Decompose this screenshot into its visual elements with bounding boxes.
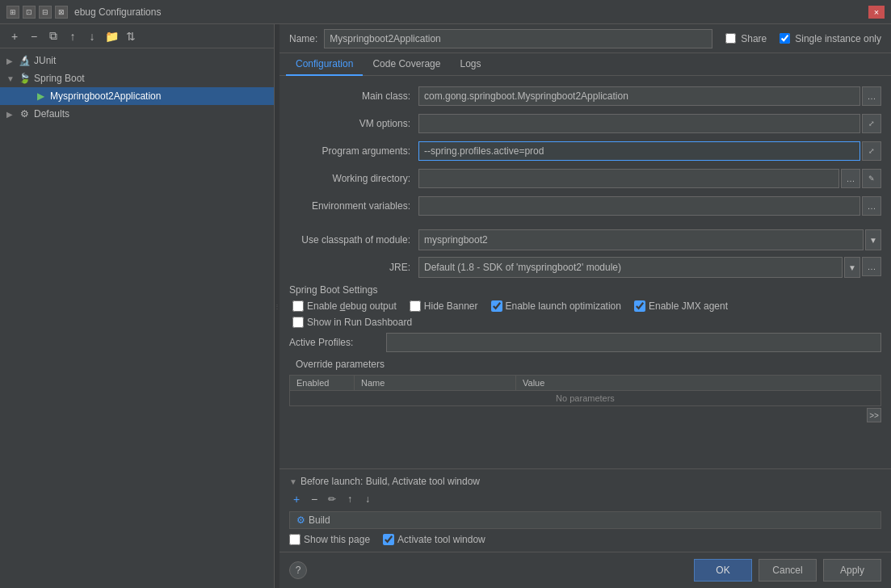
ok-button[interactable]: OK xyxy=(694,559,752,582)
tabs-bar: Configuration Code Coverage Logs xyxy=(279,53,891,76)
before-launch-header: ▼ Before launch: Build, Activate tool wi… xyxy=(289,476,881,487)
working-dir-wrap: … ✎ xyxy=(418,169,881,188)
title-bar-icons: ⊞ ⊡ ⊟ ⊠ xyxy=(6,6,68,19)
folder-button[interactable]: 📁 xyxy=(103,28,120,44)
active-profiles-input[interactable] xyxy=(386,333,881,352)
tree-item-springboot[interactable]: ▼ 🍃 Spring Boot xyxy=(0,69,274,87)
scroll-right-button[interactable]: >> xyxy=(867,408,881,422)
enable-launch-checkbox[interactable] xyxy=(491,300,502,312)
copy-config-button[interactable]: ⧉ xyxy=(45,28,61,44)
enable-jmx-item: Enable JMX agent xyxy=(634,300,728,312)
hide-banner-checkbox[interactable] xyxy=(410,300,421,312)
help-button[interactable]: ? xyxy=(289,561,307,579)
enable-debug-checkbox[interactable] xyxy=(292,300,304,312)
sort-button[interactable]: ⇅ xyxy=(123,28,139,44)
remove-config-button[interactable]: − xyxy=(26,28,42,44)
activate-tool-label: Activate tool window xyxy=(397,534,485,545)
myapp-icon: ▶ xyxy=(34,90,47,103)
apply-button[interactable]: Apply xyxy=(823,559,881,582)
enable-launch-item: Enable launch optimization xyxy=(491,300,621,312)
bottom-bar-left: ? xyxy=(289,559,687,582)
tab-configuration[interactable]: Configuration xyxy=(286,53,363,76)
env-vars-wrap: … xyxy=(418,196,881,216)
jre-label: JRE: xyxy=(289,262,418,273)
single-instance-label: Single instance only xyxy=(795,33,881,44)
name-row: Name: Share Single instance only xyxy=(279,24,891,53)
add-config-button[interactable]: + xyxy=(6,28,23,44)
move-down-button[interactable]: ↓ xyxy=(84,28,100,44)
bottom-bar: ? OK Cancel Apply xyxy=(279,552,891,588)
remove-launch-button[interactable]: − xyxy=(307,492,322,506)
name-input[interactable] xyxy=(324,29,712,48)
show-page-item: Show this page xyxy=(289,534,370,545)
vm-options-expand-button[interactable]: ⤢ xyxy=(862,114,881,133)
main-class-row: Main class: … xyxy=(289,86,881,107)
program-args-label: Program arguments: xyxy=(289,145,418,157)
env-vars-label: Environment variables: xyxy=(289,200,418,212)
working-dir-label: Working directory: xyxy=(289,173,418,184)
defaults-icon: ⚙ xyxy=(18,107,31,120)
program-args-expand-button[interactable]: ⤢ xyxy=(862,141,881,161)
classpath-select-wrap: myspringboot2 ▼ xyxy=(418,229,881,250)
main-class-browse-button[interactable]: … xyxy=(862,86,881,106)
hide-banner-item: Hide Banner xyxy=(410,300,478,312)
working-dir-browse-button[interactable]: … xyxy=(841,169,860,188)
tab-logs[interactable]: Logs xyxy=(450,53,490,76)
tree-item-defaults[interactable]: ▶ ⚙ Defaults xyxy=(0,105,274,123)
move-up-button[interactable]: ↑ xyxy=(65,28,81,44)
env-vars-browse-button[interactable]: … xyxy=(862,196,881,216)
tab-code-coverage[interactable]: Code Coverage xyxy=(363,53,450,76)
enable-launch-label: Enable launch optimization xyxy=(506,300,621,312)
jre-dropdown-button[interactable]: ▼ xyxy=(844,257,860,278)
tree-item-myapp[interactable]: ▶ Myspringboot2Application xyxy=(0,87,274,105)
col-value: Value xyxy=(516,376,881,391)
config-tree: ▶ 🔬 JUnit ▼ 🍃 Spring Boot ▶ Myspringboot… xyxy=(0,48,274,588)
classpath-row: Use classpath of module: myspringboot2 ▼ xyxy=(289,229,881,250)
config-content: Main class: … VM options: ⤢ Pro xyxy=(279,76,891,468)
show-dashboard-label: Show in Run Dashboard xyxy=(307,317,412,328)
program-args-row: Program arguments: ⤢ xyxy=(289,141,881,162)
left-toolbar: + − ⧉ ↑ ↓ 📁 ⇅ xyxy=(0,24,274,48)
tb-icon-1: ⊞ xyxy=(6,6,19,19)
defaults-label: Defaults xyxy=(34,108,69,120)
main-class-input[interactable] xyxy=(418,86,860,106)
vm-options-input[interactable] xyxy=(418,114,860,133)
working-dir-row: Working directory: … ✎ xyxy=(289,168,881,189)
edit-launch-button[interactable]: ✏ xyxy=(325,492,339,506)
close-button[interactable]: × xyxy=(868,6,885,19)
working-dir-input[interactable] xyxy=(418,169,839,188)
jre-browse-button[interactable]: … xyxy=(862,257,881,276)
share-row: Share xyxy=(725,33,767,44)
jre-select[interactable]: Default (1.8 - SDK of 'myspringboot2' mo… xyxy=(418,257,843,278)
program-args-input[interactable] xyxy=(418,141,860,161)
moveup-launch-button[interactable]: ↑ xyxy=(343,492,357,506)
junit-arrow: ▶ xyxy=(6,57,18,65)
params-table: Enabled Name Value No parameters xyxy=(289,375,881,406)
classpath-dropdown-button[interactable]: ▼ xyxy=(865,229,881,250)
build-label: Build xyxy=(309,514,330,526)
name-label: Name: xyxy=(289,33,317,44)
show-dashboard-checkbox[interactable] xyxy=(292,317,304,328)
main-class-input-wrap: … xyxy=(418,86,881,106)
activate-tool-checkbox[interactable] xyxy=(383,534,394,545)
before-launch-title: Before launch: Build, Activate tool wind… xyxy=(301,476,480,487)
enable-jmx-checkbox[interactable] xyxy=(634,300,645,312)
working-dir-edit-button[interactable]: ✎ xyxy=(862,169,881,188)
col-enabled: Enabled xyxy=(290,376,355,391)
tree-item-junit[interactable]: ▶ 🔬 JUnit xyxy=(0,52,274,69)
env-vars-input[interactable] xyxy=(418,196,860,216)
add-launch-button[interactable]: + xyxy=(289,492,304,506)
activate-tool-item: Activate tool window xyxy=(383,534,485,545)
right-panel: Name: Share Single instance only Configu… xyxy=(279,24,891,588)
share-checkbox[interactable] xyxy=(725,33,736,44)
classpath-select[interactable]: myspringboot2 xyxy=(418,229,864,250)
movedown-launch-button[interactable]: ↓ xyxy=(360,492,375,506)
enable-debug-label: Enable debug output xyxy=(307,300,397,312)
springboot-label: Spring Boot xyxy=(34,73,85,84)
show-page-checkbox[interactable] xyxy=(289,534,301,545)
collapse-arrow-icon[interactable]: ▼ xyxy=(289,477,297,486)
single-instance-checkbox[interactable] xyxy=(780,33,790,44)
tb-icon-2: ⊡ xyxy=(23,6,36,19)
left-panel: + − ⧉ ↑ ↓ 📁 ⇅ ▶ 🔬 JUnit ▼ 🍃 Spring Boot xyxy=(0,24,275,588)
cancel-button[interactable]: Cancel xyxy=(759,559,817,582)
